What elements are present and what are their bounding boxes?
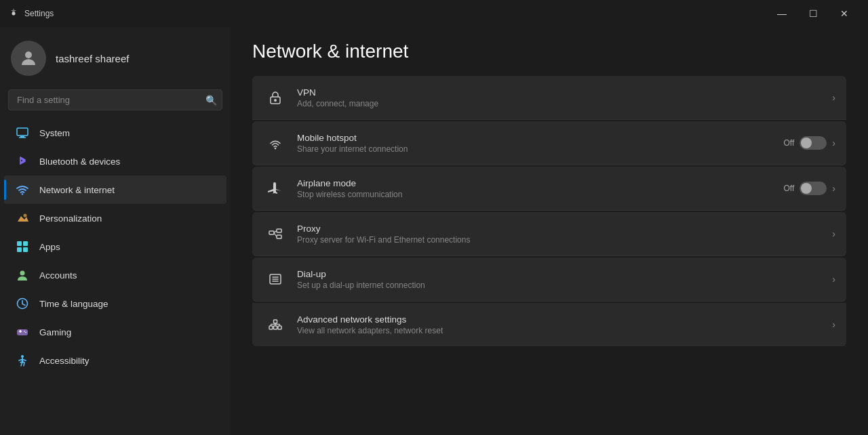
vpn-subtitle: Add, connect, manage: [297, 99, 832, 108]
advanced-network-text: Advanced network settings View all netwo…: [297, 314, 832, 335]
hotspot-text: Mobile hotspot Share your internet conne…: [297, 133, 784, 154]
sidebar-item-time[interactable]: Time & language: [4, 289, 226, 318]
airplane-subtitle: Stop wireless communication: [297, 190, 784, 199]
sidebar-item-label-accounts: Accounts: [39, 270, 77, 281]
dialup-right: ›: [832, 274, 835, 285]
maximize-button[interactable]: ☐: [797, 3, 829, 24]
gaming-icon: [15, 325, 30, 339]
hotspot-chevron: ›: [832, 138, 835, 148]
svg-rect-25: [277, 235, 281, 239]
svg-point-11: [20, 271, 25, 276]
sidebar-item-label-network: Network & internet: [39, 185, 115, 195]
hotspot-title: Mobile hotspot: [297, 133, 784, 143]
search-icon[interactable]: 🔍: [205, 95, 217, 106]
hotspot-right: Off ›: [784, 136, 835, 150]
sidebar-item-accounts[interactable]: Accounts: [4, 261, 226, 289]
advanced-network-subtitle: View all network adapters, network reset: [297, 326, 832, 335]
sidebar-item-label-gaming: Gaming: [39, 327, 71, 337]
proxy-right: ›: [832, 228, 835, 239]
vpn-item[interactable]: VPN Add, connect, manage ›: [252, 76, 846, 120]
airplane-icon: [263, 176, 288, 201]
proxy-subtitle: Proxy server for Wi-Fi and Ethernet conn…: [297, 235, 832, 245]
sidebar-item-accessibility[interactable]: Accessibility: [4, 346, 226, 375]
close-button[interactable]: ✕: [829, 3, 860, 24]
bluetooth-icon: [15, 154, 30, 169]
svg-point-1: [25, 51, 32, 58]
svg-rect-30: [274, 326, 277, 329]
minimize-button[interactable]: —: [766, 3, 797, 24]
avatar: [11, 41, 46, 76]
svg-rect-29: [269, 326, 273, 329]
hotspot-toggle-label: Off: [784, 138, 795, 148]
sidebar-item-system[interactable]: System: [4, 119, 226, 147]
settings-app-icon: [8, 8, 19, 19]
svg-rect-7: [17, 241, 22, 246]
proxy-title: Proxy: [297, 224, 832, 234]
hotspot-subtitle: Share your internet connection: [297, 144, 784, 154]
search-input[interactable]: [8, 89, 222, 110]
accounts-icon: [15, 268, 30, 283]
settings-list: VPN Add, connect, manage ›: [252, 76, 846, 346]
search-box: 🔍: [8, 89, 222, 110]
hotspot-toggle[interactable]: [800, 136, 827, 150]
vpn-chevron: ›: [832, 92, 835, 103]
proxy-text: Proxy Proxy server for Wi-Fi and Etherne…: [297, 224, 832, 245]
sidebar-item-apps[interactable]: Apps: [4, 232, 226, 261]
airplane-toggle-label: Off: [784, 184, 795, 193]
svg-point-5: [22, 193, 23, 194]
page-title: Network & internet: [252, 41, 846, 62]
airplane-title: Airplane mode: [297, 178, 784, 188]
advanced-network-icon: [263, 312, 288, 337]
svg-line-27: [274, 233, 277, 237]
system-icon: [15, 125, 30, 140]
svg-rect-31: [278, 326, 281, 329]
airplane-right: Off ›: [784, 182, 835, 195]
svg-rect-24: [277, 229, 281, 232]
advanced-network-chevron: ›: [832, 319, 835, 330]
profile-name: tashreef shareef: [56, 53, 129, 64]
advanced-network-item[interactable]: Advanced network settings View all netwo…: [252, 303, 846, 346]
hotspot-item[interactable]: Mobile hotspot Share your internet conne…: [252, 121, 846, 165]
svg-rect-9: [17, 247, 22, 252]
proxy-item[interactable]: Proxy Proxy server for Wi-Fi and Etherne…: [252, 212, 846, 256]
sidebar: tashreef shareef 🔍 System: [0, 27, 231, 435]
apps-icon: [15, 239, 30, 254]
vpn-icon: [263, 85, 288, 110]
personalization-icon: [15, 211, 30, 226]
sidebar-item-label-time: Time & language: [39, 299, 108, 309]
advanced-network-title: Advanced network settings: [297, 314, 832, 325]
svg-rect-32: [274, 320, 277, 323]
window-controls: — ☐ ✕: [766, 3, 860, 24]
dialup-subtitle: Set up a dial-up internet connection: [297, 281, 832, 290]
accessibility-icon: [15, 353, 30, 368]
advanced-network-right: ›: [832, 319, 835, 330]
sidebar-item-personalization[interactable]: Personalization: [4, 204, 226, 232]
svg-rect-23: [269, 231, 274, 234]
svg-rect-2: [17, 128, 28, 136]
sidebar-profile[interactable]: tashreef shareef: [0, 27, 231, 87]
svg-point-17: [25, 332, 26, 333]
dialup-chevron: ›: [832, 274, 835, 285]
svg-point-18: [21, 355, 24, 358]
proxy-icon: [263, 222, 288, 246]
network-icon: [15, 182, 30, 197]
sidebar-item-network[interactable]: Network & internet: [4, 175, 226, 204]
titlebar-title: Settings: [24, 9, 766, 18]
time-icon: [15, 296, 30, 311]
vpn-right: ›: [832, 92, 835, 103]
svg-rect-8: [23, 241, 28, 246]
vpn-text: VPN Add, connect, manage: [297, 87, 832, 108]
sidebar-item-bluetooth[interactable]: Bluetooth & devices: [4, 147, 226, 175]
dialup-item[interactable]: Dial-up Set up a dial-up internet connec…: [252, 257, 846, 302]
sidebar-item-label-apps: Apps: [39, 242, 60, 252]
titlebar: Settings — ☐ ✕: [0, 0, 868, 27]
sidebar-item-label-personalization: Personalization: [39, 213, 102, 224]
dialup-title: Dial-up: [297, 269, 832, 279]
airplane-toggle[interactable]: [800, 182, 827, 195]
airplane-item[interactable]: Airplane mode Stop wireless communicatio…: [252, 167, 846, 211]
vpn-title: VPN: [297, 87, 832, 98]
sidebar-item-gaming[interactable]: Gaming: [4, 318, 226, 346]
svg-point-6: [24, 214, 27, 218]
sidebar-item-label-system: System: [39, 128, 70, 138]
proxy-chevron: ›: [832, 228, 835, 239]
